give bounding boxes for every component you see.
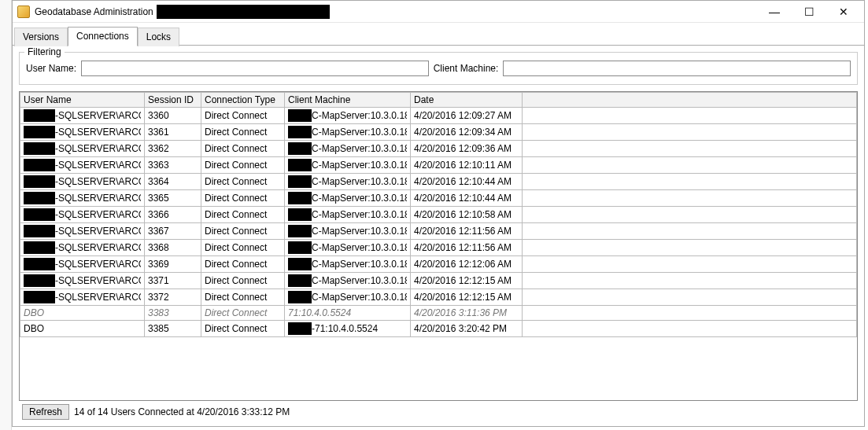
col-date[interactable]: Date <box>411 93 523 108</box>
cell-extra <box>523 273 857 289</box>
cell-text: C-MapServer:10.3.0.1823 <box>312 193 407 204</box>
refresh-button[interactable]: Refresh <box>22 404 69 420</box>
redaction-block <box>288 192 312 204</box>
cell-text: -SQLSERVER\ARCGIS" <box>55 242 141 253</box>
cell-session-id: 3372 <box>145 289 201 306</box>
cell-client-machine: C-MapServer:10.3.0.1823 <box>285 108 411 124</box>
cell-user-name: -SQLSERVER\ARCGIS" <box>20 174 145 190</box>
table-row[interactable]: -SQLSERVER\ARCGIS"3372Direct ConnectC-Ma… <box>20 289 857 306</box>
cell-client-machine: C-MapServer:10.3.0.1823 <box>285 190 411 207</box>
redaction-block <box>24 291 55 303</box>
cell-extra <box>523 157 857 174</box>
cell-user-name: -SQLSERVER\ARCGIS" <box>20 207 145 223</box>
username-label: User Name: <box>26 63 76 74</box>
col-session-id[interactable]: Session ID <box>145 93 201 108</box>
redaction-block <box>288 126 312 138</box>
cell-connection-type: Direct Connect <box>201 157 285 174</box>
col-extra[interactable] <box>523 93 857 108</box>
cell-date: 4/20/2016 3:11:36 PM <box>411 306 523 321</box>
table-row[interactable]: -SQLSERVER\ARCGIS"3362Direct ConnectC-Ma… <box>20 141 857 157</box>
cell-connection-type: Direct Connect <box>201 207 285 223</box>
redaction-block <box>24 225 55 237</box>
cell-extra <box>523 108 857 124</box>
redaction-block <box>288 322 312 335</box>
cell-date: 4/20/2016 12:10:44 AM <box>411 190 523 207</box>
cell-text: -SQLSERVER\ARCGIS" <box>55 193 141 204</box>
minimize-button[interactable]: — <box>757 1 792 23</box>
cell-text: C-MapServer:10.3.0.1823 <box>312 242 407 253</box>
cell-user-name: -SQLSERVER\ARCGIS" <box>20 108 145 124</box>
table-row[interactable]: -SQLSERVER\ARCGIS"3369Direct ConnectC-Ma… <box>20 256 857 273</box>
redaction-block <box>24 274 55 287</box>
grid-header-row: User Name Session ID Connection Type Cli… <box>20 93 857 108</box>
cell-text: -71:10.4.0.5524 <box>312 323 378 334</box>
table-row[interactable]: -SQLSERVER\ARCGIS"3368Direct ConnectC-Ma… <box>20 240 857 256</box>
table-row[interactable]: -SQLSERVER\ARCGIS"3360Direct ConnectC-Ma… <box>20 108 857 124</box>
cell-text: C-MapServer:10.3.0.1823 <box>312 110 407 121</box>
col-user-name[interactable]: User Name <box>20 93 145 108</box>
maximize-button[interactable]: ☐ <box>792 1 826 23</box>
cell-session-id: 3366 <box>145 207 201 223</box>
table-row[interactable]: -SQLSERVER\ARCGIS"3363Direct ConnectC-Ma… <box>20 157 857 174</box>
connections-grid[interactable]: User Name Session ID Connection Type Cli… <box>19 91 858 401</box>
cell-extra <box>523 190 857 207</box>
cell-text: C-MapServer:10.3.0.1823 <box>312 143 407 154</box>
cell-client-machine: C-MapServer:10.3.0.1823 <box>285 289 411 306</box>
cell-session-id: 3369 <box>145 256 201 273</box>
client-machine-input[interactable] <box>503 61 851 76</box>
cell-client-machine: C-MapServer:10.3.0.1823 <box>285 256 411 273</box>
redaction-block <box>288 258 312 270</box>
table-row[interactable]: -SQLSERVER\ARCGIS"3365Direct ConnectC-Ma… <box>20 190 857 207</box>
cell-text: C-MapServer:10.3.0.1823 <box>312 127 407 138</box>
redaction-block <box>24 109 55 122</box>
cell-text: C-MapServer:10.3.0.1823 <box>312 176 407 187</box>
redaction-block <box>288 208 312 221</box>
cell-extra <box>523 256 857 273</box>
username-input[interactable] <box>81 61 429 76</box>
cell-extra <box>523 306 857 321</box>
table-row[interactable]: -SQLSERVER\ARCGIS"3367Direct ConnectC-Ma… <box>20 223 857 240</box>
status-text: 14 of 14 Users Connected at 4/20/2016 3:… <box>74 406 290 417</box>
cell-session-id: 3367 <box>145 223 201 240</box>
table-row[interactable]: -SQLSERVER\ARCGIS"3366Direct ConnectC-Ma… <box>20 207 857 223</box>
cell-connection-type: Direct Connect <box>201 321 285 337</box>
cell-text: -SQLSERVER\ARCGIS" <box>55 176 141 187</box>
table-row[interactable]: DBO3383Direct Connect71:10.4.0.55244/20/… <box>20 306 857 321</box>
filtering-legend: Filtering <box>24 46 65 57</box>
redaction-block <box>288 274 312 287</box>
col-connection-type[interactable]: Connection Type <box>201 93 285 108</box>
cell-session-id: 3360 <box>145 108 201 124</box>
cell-connection-type: Direct Connect <box>201 174 285 190</box>
title-redaction <box>157 5 330 19</box>
cell-client-machine: C-MapServer:10.3.0.1823 <box>285 174 411 190</box>
cell-connection-type: Direct Connect <box>201 190 285 207</box>
redaction-block <box>24 142 55 155</box>
redaction-block <box>288 109 312 122</box>
table-row[interactable]: -SQLSERVER\ARCGIS"3371Direct ConnectC-Ma… <box>20 273 857 289</box>
titlebar: Geodatabase Administration — ☐ ✕ <box>13 1 864 23</box>
tab-locks[interactable]: Locks <box>138 28 179 46</box>
cell-user-name: DBO <box>20 321 145 337</box>
cell-extra <box>523 141 857 157</box>
cell-client-machine: 71:10.4.0.5524 <box>285 306 411 321</box>
tab-connections[interactable]: Connections <box>68 27 138 46</box>
cell-date: 4/20/2016 12:11:56 AM <box>411 240 523 256</box>
table-row[interactable]: -SQLSERVER\ARCGIS"3361Direct ConnectC-Ma… <box>20 124 857 141</box>
cell-user-name: -SQLSERVER\ARCGIS" <box>20 190 145 207</box>
cell-text: -SQLSERVER\ARCGIS" <box>55 209 141 220</box>
table-row[interactable]: -SQLSERVER\ARCGIS"3364Direct ConnectC-Ma… <box>20 174 857 190</box>
col-client-machine[interactable]: Client Machine <box>285 93 411 108</box>
background-sliver <box>0 0 12 430</box>
cell-date: 4/20/2016 12:12:15 AM <box>411 273 523 289</box>
cell-connection-type: Direct Connect <box>201 273 285 289</box>
cell-extra <box>523 321 857 337</box>
redaction-block <box>24 126 55 138</box>
close-button[interactable]: ✕ <box>826 1 861 23</box>
cell-user-name: -SQLSERVER\ARCGIS" <box>20 289 145 306</box>
cell-connection-type: Direct Connect <box>201 124 285 141</box>
redaction-block <box>288 291 312 303</box>
cell-text: -SQLSERVER\ARCGIS" <box>55 110 141 121</box>
cell-session-id: 3385 <box>145 321 201 337</box>
tab-versions[interactable]: Versions <box>14 28 68 46</box>
table-row[interactable]: DBO3385Direct Connect-71:10.4.0.55244/20… <box>20 321 857 337</box>
